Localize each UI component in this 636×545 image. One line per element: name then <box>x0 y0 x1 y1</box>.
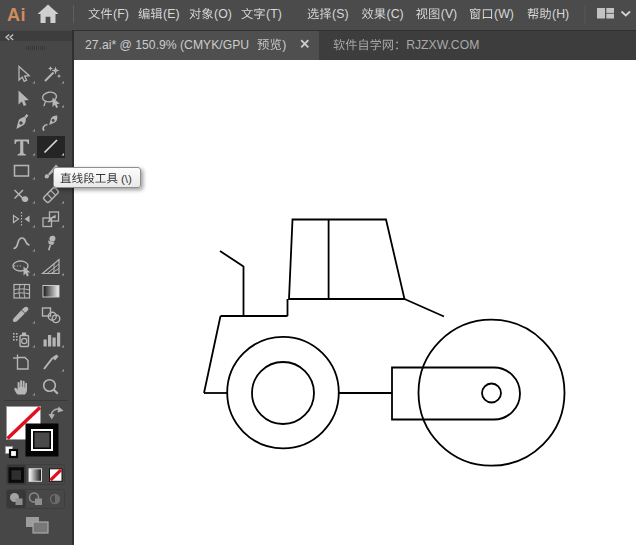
svg-text:(W): (W) <box>494 7 514 21</box>
svg-text:(H): (H) <box>552 7 569 21</box>
svg-text:(C): (C) <box>387 7 404 21</box>
svg-text:RJZXW.COM: RJZXW.COM <box>406 38 479 52</box>
svg-text:(\): (\) <box>121 172 132 185</box>
svg-text:27.ai* @ 150.9% (CMYK/GPU: 27.ai* @ 150.9% (CMYK/GPU <box>85 38 249 52</box>
svg-text:(S): (S) <box>332 7 348 21</box>
svg-text:(O): (O) <box>214 7 232 21</box>
svg-text:(T): (T) <box>266 7 282 21</box>
svg-text:): ) <box>282 38 286 52</box>
svg-text:(E): (E) <box>163 7 179 21</box>
svg-text:(F): (F) <box>113 7 129 21</box>
svg-text:(V): (V) <box>441 7 457 21</box>
